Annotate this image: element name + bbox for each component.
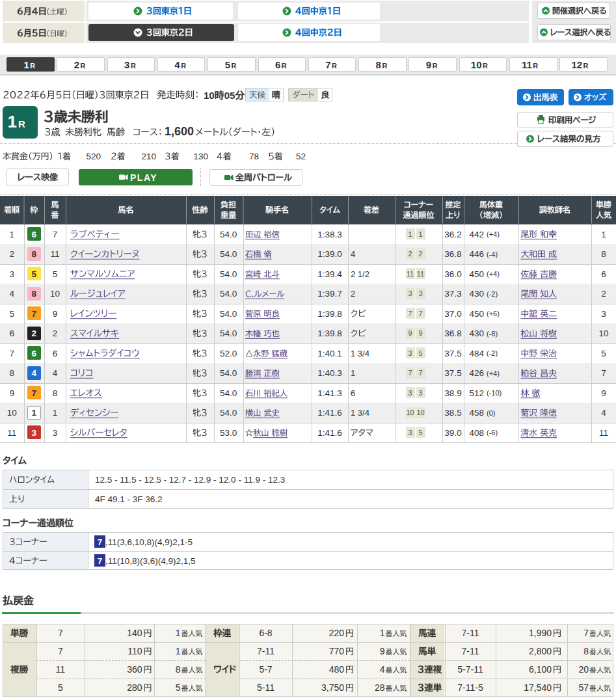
- svg-text:6,100: 6,100: [529, 664, 552, 675]
- svg-text:7: 7: [408, 310, 412, 317]
- svg-text:5: 5: [418, 429, 422, 436]
- svg-text:4: 4: [9, 289, 14, 299]
- svg-text:11: 11: [417, 270, 424, 278]
- svg-text:8: 8: [31, 289, 36, 299]
- svg-text:10: 10: [406, 409, 414, 416]
- svg-text:6: 6: [351, 388, 355, 398]
- svg-text:11: 11: [56, 664, 66, 675]
- svg-text:36.8: 36.8: [444, 249, 461, 259]
- svg-text:R: R: [483, 62, 488, 70]
- svg-text:(+4): (+4): [487, 369, 500, 377]
- svg-text:140: 140: [127, 628, 142, 638]
- svg-text:8: 8: [176, 664, 181, 675]
- svg-text:3,750: 3,750: [321, 682, 344, 693]
- svg-text:R: R: [81, 62, 86, 70]
- svg-text:2: 2: [418, 250, 422, 258]
- svg-text:1: 1: [23, 59, 29, 70]
- svg-text:11: 11: [599, 428, 608, 438]
- svg-text:1: 1: [31, 408, 36, 418]
- svg-text:8: 8: [9, 368, 14, 378]
- svg-text:8: 8: [601, 249, 606, 259]
- svg-text:446: 446: [469, 249, 484, 259]
- svg-text:3: 3: [418, 389, 422, 397]
- svg-text:1 3/4: 1 3/4: [351, 349, 369, 358]
- svg-text:1,990: 1,990: [529, 628, 552, 638]
- svg-text:20: 20: [578, 664, 589, 675]
- svg-text:5-7-11: 5-7-11: [457, 664, 483, 675]
- svg-text:6-8: 6-8: [259, 628, 272, 638]
- svg-text:3: 3: [408, 429, 412, 436]
- svg-text:1: 1: [53, 408, 58, 418]
- svg-text:1: 1: [351, 368, 355, 378]
- svg-text:408: 408: [469, 428, 484, 438]
- svg-text:R: R: [382, 62, 387, 70]
- svg-text:7: 7: [418, 369, 422, 377]
- svg-text:3: 3: [418, 289, 422, 297]
- svg-text:1: 1: [418, 230, 422, 238]
- svg-text:53.0: 53.0: [220, 428, 237, 438]
- svg-text:7: 7: [31, 309, 36, 319]
- svg-text:5: 5: [176, 682, 181, 693]
- svg-text:2: 2: [601, 289, 606, 299]
- svg-text:7: 7: [325, 59, 330, 70]
- svg-text:12.5 - 11.5 - 12.5 - 12.7 - 12: 12.5 - 11.5 - 12.5 - 12.7 - 12.9 - 12.0 …: [95, 475, 285, 485]
- svg-text:(-6): (-6): [487, 429, 498, 436]
- svg-text:R: R: [18, 118, 25, 129]
- svg-text:3: 3: [408, 349, 412, 357]
- svg-text:130: 130: [193, 152, 208, 161]
- svg-text:11: 11: [407, 270, 414, 278]
- svg-text:7: 7: [31, 388, 36, 398]
- svg-text:1:41.3: 1:41.3: [317, 388, 342, 398]
- svg-text:(-2): (-2): [487, 349, 498, 357]
- svg-text:10: 10: [204, 90, 215, 101]
- svg-text:(0): (0): [487, 409, 495, 417]
- svg-text:52: 52: [296, 152, 306, 161]
- svg-text:R: R: [332, 62, 337, 70]
- svg-text:9: 9: [380, 646, 385, 656]
- svg-text:9: 9: [408, 329, 412, 337]
- svg-text:8: 8: [376, 59, 381, 70]
- svg-text:R: R: [232, 62, 237, 70]
- svg-text:220: 220: [329, 628, 345, 638]
- svg-text:8: 8: [53, 388, 58, 398]
- svg-text:9: 9: [426, 59, 431, 70]
- svg-text:210: 210: [141, 152, 156, 161]
- svg-text:4: 4: [53, 368, 58, 378]
- svg-text:7: 7: [98, 537, 103, 547]
- svg-text:10: 10: [416, 409, 424, 416]
- svg-text:1:38.3: 1:38.3: [317, 230, 342, 239]
- svg-text:4: 4: [380, 664, 385, 675]
- svg-text:54.0: 54.0: [220, 249, 237, 259]
- svg-text:7: 7: [58, 646, 63, 656]
- svg-text:05: 05: [224, 90, 235, 101]
- svg-text:7-11-5: 7-11-5: [457, 682, 483, 693]
- svg-text:3: 3: [408, 289, 412, 297]
- svg-text:,11(3,6,10,8)(4,9)2,1-5: ,11(3,6,10,8)(4,9)2,1-5: [105, 537, 193, 547]
- svg-text:3: 3: [53, 428, 58, 438]
- svg-text:1:41.6: 1:41.6: [317, 428, 342, 438]
- svg-text:78: 78: [249, 152, 259, 161]
- svg-text:1:41.6: 1:41.6: [317, 408, 342, 418]
- svg-text:4: 4: [31, 368, 36, 378]
- svg-text:4: 4: [351, 249, 355, 259]
- svg-text:R: R: [533, 62, 538, 70]
- svg-text:5-11: 5-11: [257, 682, 275, 693]
- svg-text:6: 6: [601, 269, 606, 279]
- svg-text:1: 1: [601, 230, 606, 239]
- svg-text:9: 9: [9, 388, 14, 398]
- svg-text:R: R: [131, 62, 136, 70]
- svg-text:37.0: 37.0: [444, 309, 461, 319]
- svg-text:7: 7: [9, 349, 14, 358]
- svg-text:39.0: 39.0: [444, 428, 461, 438]
- svg-text:2: 2: [351, 289, 355, 299]
- svg-text:R: R: [433, 62, 438, 70]
- svg-text:1: 1: [8, 112, 17, 131]
- svg-text:57: 57: [578, 682, 589, 693]
- svg-text:1: 1: [176, 646, 181, 656]
- svg-text:54.0: 54.0: [220, 309, 237, 319]
- svg-text:1:39.8: 1:39.8: [317, 329, 342, 338]
- svg-text:7: 7: [58, 628, 63, 638]
- svg-text:5: 5: [53, 269, 58, 279]
- svg-text:36.0: 36.0: [444, 269, 461, 279]
- svg-text:10: 10: [7, 408, 17, 418]
